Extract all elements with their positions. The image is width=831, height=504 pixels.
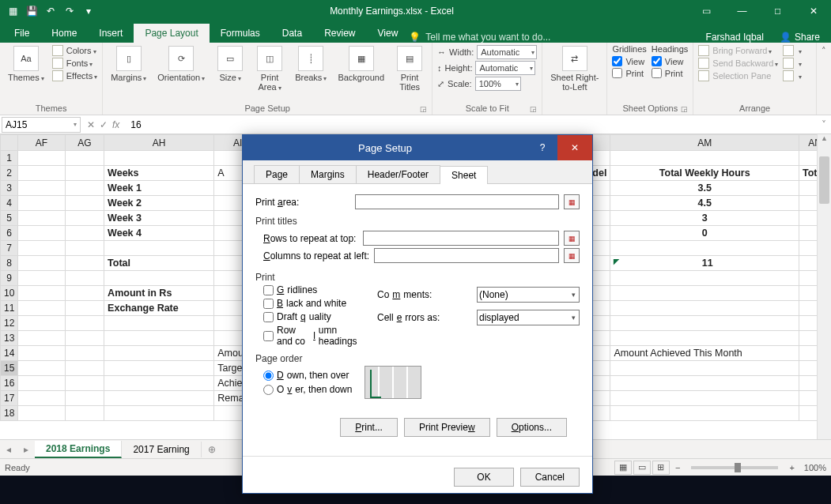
cell[interactable] [65,256,104,271]
cell[interactable] [610,286,799,301]
draft-check[interactable]: Draft quality [263,311,358,322]
cell[interactable]: Total Weekly Hours [610,166,799,181]
sheet-tab-active[interactable]: 2018 Earnings [35,441,122,458]
print-area-range-button[interactable]: ▦ [564,194,580,209]
cell[interactable] [104,241,214,256]
row-header[interactable]: 16 [1,376,18,391]
column-header[interactable]: AF [18,135,65,151]
cell[interactable] [104,391,214,406]
page-break-view-button[interactable]: ⊞ [652,461,670,475]
redo-icon[interactable]: ↷ [63,5,76,17]
fx-icon[interactable]: fx [112,119,119,130]
cell[interactable] [610,316,799,331]
cell[interactable]: 3.5 [610,181,799,196]
background-button[interactable]: ▦Background [334,44,387,84]
row-header[interactable]: 8 [1,256,18,271]
cell[interactable] [610,376,799,391]
column-header[interactable]: AM [610,135,799,151]
name-box[interactable]: AJ15 [2,117,81,133]
cell[interactable] [610,151,799,166]
row-header[interactable]: 5 [1,211,18,226]
cell[interactable] [65,406,104,421]
cell[interactable] [18,331,65,346]
scale-combo[interactable]: 100% [475,77,521,91]
cell[interactable]: Week 4 [104,226,214,241]
cell[interactable] [65,241,104,256]
cell[interactable] [18,406,65,421]
cell[interactable]: Total [104,256,214,271]
normal-view-button[interactable]: ▦ [614,461,632,475]
cell[interactable] [18,241,65,256]
enter-formula-icon[interactable]: ✓ [100,119,108,130]
cancel-formula-icon[interactable]: ✕ [87,119,95,130]
cell[interactable]: Week 2 [104,196,214,211]
ribbon-options-icon[interactable]: ▭ [689,0,724,22]
cell[interactable]: 3 [610,211,799,226]
row-header[interactable]: 9 [1,271,18,286]
cell[interactable] [104,361,214,376]
orientation-button[interactable]: ⟳Orientation [154,44,208,84]
cell[interactable] [18,226,65,241]
tell-me[interactable]: 💡 Tell me what you want to do... [409,32,550,43]
print-titles-button[interactable]: ▤PrintTitles [392,44,427,93]
cell[interactable] [610,406,799,421]
cell[interactable]: Week 3 [104,211,214,226]
vertical-scrollbar[interactable]: ▲ [817,134,831,439]
cell[interactable] [65,391,104,406]
cell[interactable] [104,151,214,166]
cell[interactable] [18,391,65,406]
column-header[interactable]: AH [104,135,214,151]
gridlines-check[interactable]: Gridlines [263,284,358,295]
save-icon[interactable]: 💾 [25,5,38,17]
sheet-options-launcher-icon[interactable]: ◲ [681,105,688,113]
tab-file[interactable]: File [3,24,40,43]
formula-input[interactable]: 16 [124,119,817,130]
sheet-tab-other[interactable]: 2017 Earning [122,442,201,457]
cell[interactable] [18,301,65,316]
row-header[interactable]: 11 [1,301,18,316]
scale-launcher-icon[interactable]: ◲ [530,105,537,113]
cell[interactable] [610,361,799,376]
cell[interactable]: Amount in Rs [104,286,214,301]
dialog-help-button[interactable]: ? [527,142,557,153]
dialog-tab-margins[interactable]: Margins [299,165,357,183]
row-header[interactable]: 13 [1,331,18,346]
over-then-down-radio[interactable]: Over, then down [263,382,352,397]
cell-errors-combo[interactable]: displayed [477,310,580,325]
row-header[interactable]: 2 [1,166,18,181]
cell[interactable] [65,376,104,391]
tab-formulas[interactable]: Formulas [210,24,271,43]
row-header[interactable]: 15 [1,361,18,376]
cell[interactable] [18,316,65,331]
print-button[interactable]: Print... [340,418,398,437]
undo-icon[interactable]: ↶ [44,5,57,17]
fonts-button[interactable]: Fonts [52,57,97,70]
cell[interactable] [18,196,65,211]
zoom-value[interactable]: 100% [799,463,826,472]
cell[interactable] [104,316,214,331]
cell[interactable] [18,271,65,286]
headings-view-check[interactable]: View [652,55,688,67]
cell[interactable] [18,151,65,166]
cell[interactable] [65,166,104,181]
cell[interactable]: ◤11 [610,256,799,271]
page-layout-view-button[interactable]: ▭ [633,461,651,475]
cell[interactable]: 0 [610,226,799,241]
cell[interactable] [104,406,214,421]
zoom-in-button[interactable]: + [784,463,799,472]
print-preview-button[interactable]: Print Preview [404,418,490,437]
sheet-nav-prev[interactable]: ◂ [0,444,17,455]
dialog-tab-header-footer[interactable]: Header/Footer [356,165,440,183]
dialog-close-button[interactable]: ✕ [557,135,592,160]
cell[interactable]: Amount Achieved This Month [610,346,799,361]
print-area-button[interactable]: ◫PrintArea [252,44,287,93]
rowcol-check[interactable]: Row and column headings [263,325,358,347]
cell[interactable] [104,271,214,286]
row-header[interactable]: 10 [1,286,18,301]
row-header[interactable]: 14 [1,346,18,361]
row-header[interactable]: 12 [1,316,18,331]
cols-repeat-range-button[interactable]: ▦ [564,248,580,263]
collapse-ribbon-icon[interactable]: ˄ [817,43,831,115]
tab-insert[interactable]: Insert [88,24,134,43]
cell[interactable]: Week 1 [104,181,214,196]
